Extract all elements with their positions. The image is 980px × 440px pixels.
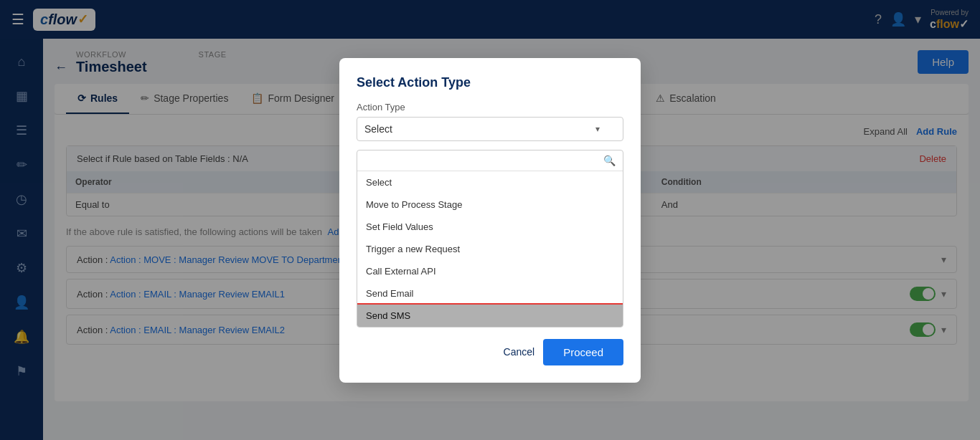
modal-title: Select Action Type	[357, 75, 623, 90]
select-chevron-icon: ▾	[595, 124, 600, 134]
action-type-select[interactable]: Select ▾	[357, 117, 623, 141]
dropdown-option-select[interactable]: Select	[357, 171, 623, 193]
dropdown-option-set-field[interactable]: Set Field Values	[357, 216, 623, 238]
dropdown-option-trigger[interactable]: Trigger a new Request	[357, 238, 623, 260]
dropdown-search-area: 🔍	[357, 150, 623, 171]
modal-actions: Cancel Proceed	[357, 339, 623, 365]
modal-overlay[interactable]: Select Action Type Action Type Select ▾ …	[0, 0, 980, 413]
dropdown-option-api[interactable]: Call External API	[357, 260, 623, 282]
dropdown-list: Select Move to Process Stage Set Field V…	[357, 171, 623, 327]
dropdown-option-email[interactable]: Send Email	[357, 282, 623, 305]
dropdown-option-move[interactable]: Move to Process Stage	[357, 193, 623, 216]
dropdown-container: 🔍 Select Move to Process Stage Set Field…	[357, 150, 623, 327]
action-type-label: Action Type	[357, 102, 623, 113]
dropdown-search-input[interactable]	[364, 155, 599, 166]
proceed-button[interactable]: Proceed	[543, 339, 623, 365]
dropdown-option-sms[interactable]: Send SMS	[357, 305, 623, 327]
search-icon: 🔍	[603, 155, 616, 166]
select-action-type-modal: Select Action Type Action Type Select ▾ …	[339, 58, 641, 383]
action-type-select-wrapper: Select ▾	[357, 117, 623, 141]
select-display-value: Select	[364, 123, 392, 135]
cancel-button[interactable]: Cancel	[504, 346, 535, 358]
